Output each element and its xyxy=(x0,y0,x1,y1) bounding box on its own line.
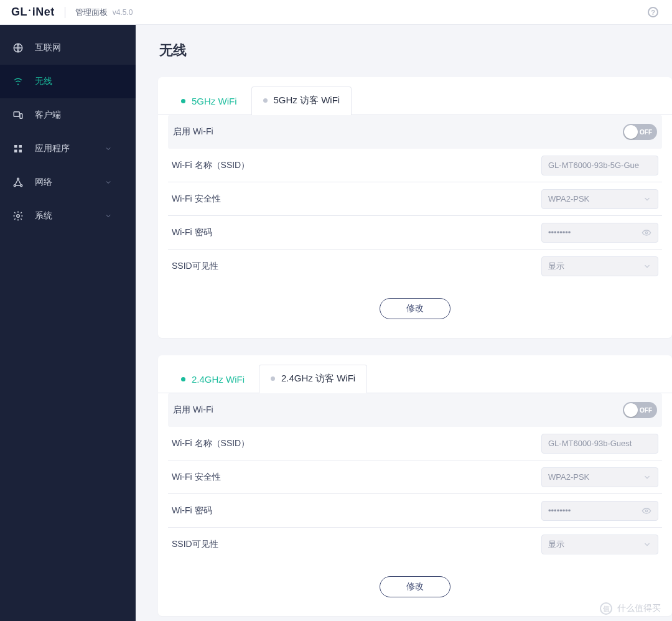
row-label: Wi-Fi 密码 xyxy=(172,227,540,238)
divider-icon xyxy=(65,7,65,18)
row-password: Wi-Fi 密码 •••••••• xyxy=(168,216,662,250)
wifi-card-24ghz: 2.4GHz WiFi 2.4GHz 访客 WiFi 启用 Wi-Fi OFF xyxy=(158,355,672,616)
svg-point-10 xyxy=(21,185,22,187)
tabs-5ghz: 5GHz WiFi 5GHz 访客 WiFi xyxy=(158,77,672,115)
security-select[interactable]: WPA2-PSK xyxy=(541,189,658,209)
svg-rect-7 xyxy=(19,150,22,153)
svg-point-13 xyxy=(645,510,647,511)
help-icon[interactable]: ? xyxy=(648,7,658,17)
devices-icon xyxy=(12,110,24,121)
row-password: Wi-Fi 密码 •••••••• xyxy=(168,494,662,528)
apps-icon xyxy=(12,143,24,154)
tab-label: 2.4GHz 访客 WiFi xyxy=(281,373,355,385)
gear-icon xyxy=(12,210,24,222)
row-label: Wi-Fi 名称（SSID） xyxy=(172,160,540,171)
modify-button[interactable]: 修改 xyxy=(380,576,450,597)
visibility-select[interactable]: 显示 xyxy=(541,535,658,554)
chevron-down-icon xyxy=(643,473,651,482)
chevron-down-icon xyxy=(643,195,651,203)
password-input[interactable]: •••••••• xyxy=(541,501,658,521)
row-label: Wi-Fi 安全性 xyxy=(172,472,540,483)
chevron-down-icon xyxy=(105,179,112,186)
brand-part-a: GL xyxy=(11,6,27,19)
sidebar-item-label: 互联网 xyxy=(35,42,61,54)
button-label: 修改 xyxy=(406,581,424,592)
main-content: 无线 5GHz WiFi 5GHz 访客 WiFi 启用 Wi-Fi xyxy=(136,25,672,621)
field-value: WPA2-PSK xyxy=(548,472,639,482)
sidebar-item-system[interactable]: 系统 xyxy=(0,199,136,233)
toggle-state: OFF xyxy=(640,129,652,136)
password-input[interactable]: •••••••• xyxy=(541,223,658,243)
version-label: v4.5.0 xyxy=(113,8,133,17)
sidebar-item-apps[interactable]: 应用程序 xyxy=(0,132,136,166)
watermark-icon: 值 xyxy=(600,602,612,615)
brand-logo: GL • iNet xyxy=(11,6,55,19)
sidebar-item-clients[interactable]: 客户端 xyxy=(0,98,136,132)
eye-icon[interactable] xyxy=(642,228,651,238)
row-security: Wi-Fi 安全性 WPA2-PSK xyxy=(168,182,662,216)
tab-label: 2.4GHz WiFi xyxy=(192,374,245,385)
ssid-input[interactable]: GL-MT6000-93b-5G-Gue xyxy=(541,156,658,175)
chevron-down-icon xyxy=(643,262,651,271)
row-enable-wifi: 启用 Wi-Fi OFF xyxy=(168,115,662,149)
network-icon xyxy=(12,177,24,188)
ssid-input[interactable]: GL-MT6000-93b-Guest xyxy=(541,434,658,454)
row-ssid: Wi-Fi 名称（SSID） GL-MT6000-93b-5G-Gue xyxy=(168,149,662,182)
row-label: 启用 Wi-Fi xyxy=(173,404,539,416)
toggle-knob-icon xyxy=(624,403,638,417)
field-value: 显示 xyxy=(548,539,639,550)
watermark-text: 什么值得买 xyxy=(617,603,661,614)
sidebar-item-network[interactable]: 网络 xyxy=(0,166,136,199)
sidebar-item-label: 网络 xyxy=(35,177,52,188)
status-dot-icon xyxy=(271,376,275,381)
chevron-down-icon xyxy=(643,540,651,549)
panel-title: 管理面板 xyxy=(75,7,108,18)
eye-icon[interactable] xyxy=(642,506,651,516)
tab-label: 5GHz WiFi xyxy=(192,96,237,106)
tab-label: 5GHz 访客 WiFi xyxy=(274,95,340,106)
tab-24ghz-guest[interactable]: 2.4GHz 访客 WiFi xyxy=(259,365,367,393)
row-enable-wifi: 启用 Wi-Fi OFF xyxy=(168,393,662,427)
security-select[interactable]: WPA2-PSK xyxy=(541,467,658,487)
toggle-knob-icon xyxy=(624,125,638,139)
row-security: Wi-Fi 安全性 WPA2-PSK xyxy=(168,460,662,494)
svg-point-12 xyxy=(645,231,647,233)
svg-point-8 xyxy=(17,178,19,180)
modify-button[interactable]: 修改 xyxy=(380,298,450,319)
wifi-card-5ghz: 5GHz WiFi 5GHz 访客 WiFi 启用 Wi-Fi OFF xyxy=(158,77,672,338)
tab-24ghz-main[interactable]: 2.4GHz WiFi xyxy=(169,366,256,393)
row-label: Wi-Fi 密码 xyxy=(172,505,540,516)
brand-part-b: iNet xyxy=(32,6,55,19)
svg-rect-3 xyxy=(20,114,22,119)
watermark: 值 什么值得买 xyxy=(600,602,661,615)
sidebar-item-label: 应用程序 xyxy=(35,143,70,154)
svg-point-11 xyxy=(17,215,20,218)
row-ssid: Wi-Fi 名称（SSID） GL-MT6000-93b-Guest xyxy=(168,427,662,460)
row-visibility: SSID可见性 显示 xyxy=(168,250,662,283)
sidebar-item-label: 系统 xyxy=(35,210,52,222)
visibility-select[interactable]: 显示 xyxy=(541,256,658,276)
row-label: Wi-Fi 名称（SSID） xyxy=(172,438,540,449)
enable-wifi-toggle[interactable]: OFF xyxy=(623,402,657,418)
tab-5ghz-main[interactable]: 5GHz WiFi xyxy=(169,88,249,115)
wifi-icon xyxy=(12,76,24,87)
globe-icon xyxy=(12,42,24,54)
row-label: Wi-Fi 安全性 xyxy=(172,194,540,205)
status-dot-icon xyxy=(263,98,268,103)
svg-rect-4 xyxy=(14,145,17,148)
status-dot-icon xyxy=(181,377,185,381)
sidebar-item-internet[interactable]: 互联网 xyxy=(0,31,136,65)
chevron-down-icon xyxy=(105,212,112,220)
field-value: WPA2-PSK xyxy=(548,194,639,203)
enable-wifi-toggle[interactable]: OFF xyxy=(623,124,657,140)
row-visibility: SSID可见性 显示 xyxy=(168,528,662,561)
sidebar-item-wireless[interactable]: 无线 xyxy=(0,65,136,98)
svg-rect-6 xyxy=(14,150,17,153)
chevron-down-icon xyxy=(105,145,112,152)
sidebar-item-label: 无线 xyxy=(35,76,52,87)
top-bar: GL • iNet 管理面板 v4.5.0 ? xyxy=(0,0,672,25)
svg-rect-5 xyxy=(19,145,22,148)
tab-5ghz-guest[interactable]: 5GHz 访客 WiFi xyxy=(251,86,352,115)
svg-point-1 xyxy=(17,83,19,85)
field-value: 显示 xyxy=(548,261,639,272)
